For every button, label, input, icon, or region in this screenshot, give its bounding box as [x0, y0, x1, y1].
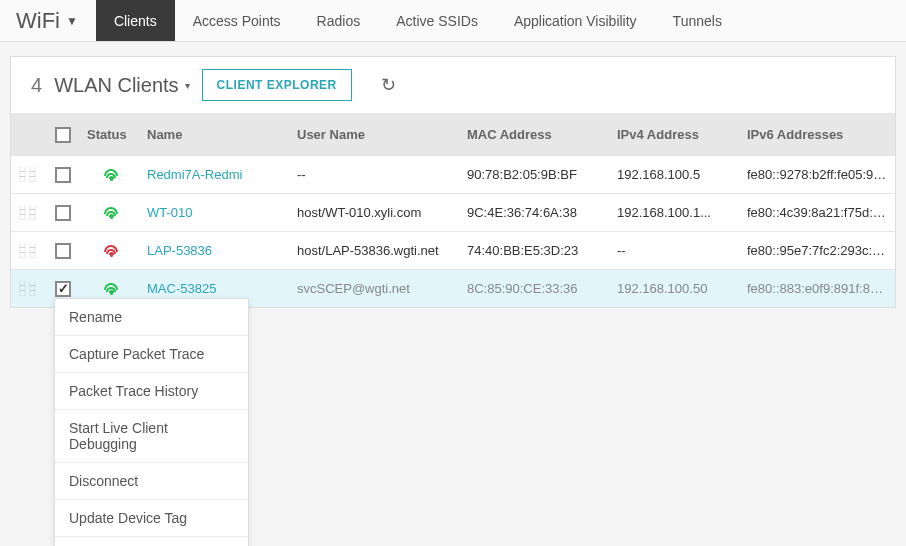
cell-name[interactable]: LAP-53836 — [141, 243, 291, 258]
context-item-rename[interactable]: Rename — [55, 299, 248, 308]
client-explorer-button[interactable]: CLIENT EXPLORER — [202, 69, 352, 101]
refresh-icon: ↻ — [381, 74, 396, 96]
caret-down-icon: ▼ — [66, 14, 78, 28]
wifi-signal-icon — [87, 207, 135, 219]
row-select-cell — [45, 243, 81, 259]
cell-user: -- — [291, 167, 461, 182]
tab-active-ssids[interactable]: Active SSIDs — [378, 0, 496, 41]
panel-title-label: WLAN Clients — [54, 74, 178, 97]
cell-name[interactable]: Redmi7A-Redmi — [141, 167, 291, 182]
col-select-all — [45, 127, 81, 143]
col-ipv6[interactable]: IPv6 Addresses — [741, 127, 895, 142]
select-all-checkbox[interactable] — [55, 127, 71, 143]
drag-handle-icon[interactable]: □ □□ □□ □ — [11, 243, 45, 258]
table-row[interactable]: □ □□ □□ □ WT-010 host/WT-010.xyli.com 9C… — [11, 193, 895, 231]
cell-ipv4: 192.168.100.50 — [611, 281, 741, 296]
table-row[interactable]: □ □□ □□ □ Redmi7A-Redmi -- 90:78:B2:05:9… — [11, 155, 895, 193]
cell-mac: 9C:4E:36:74:6A:38 — [461, 205, 611, 220]
tab-access-points[interactable]: Access Points — [175, 0, 299, 41]
cell-ipv6: fe80::9278:b2ff:fe05:9b... — [741, 167, 895, 182]
cell-user: host/WT-010.xyli.com — [291, 205, 461, 220]
cell-ipv4: 192.168.100.5 — [611, 167, 741, 182]
table-header-row: Status Name User Name MAC Address IPv4 A… — [11, 113, 895, 155]
wifi-signal-icon — [87, 245, 135, 257]
brand-label: WiFi — [16, 8, 60, 34]
cell-name[interactable]: MAC-53825 — [141, 281, 291, 296]
top-bar: WiFi ▼ ClientsAccess PointsRadiosActive … — [0, 0, 906, 42]
row-select-cell — [45, 281, 81, 297]
cell-status — [81, 169, 141, 181]
row-checkbox[interactable] — [55, 281, 71, 297]
cell-ipv6: fe80::883:e0f9:891f:8c0b — [741, 281, 895, 296]
drag-handle-icon[interactable]: □ □□ □□ □ — [11, 167, 45, 182]
cell-status — [81, 283, 141, 295]
col-name[interactable]: Name — [141, 127, 291, 142]
cell-ipv6: fe80::95e7:7fc2:293c:c6... — [741, 243, 895, 258]
clients-panel: 4 WLAN Clients ▾ CLIENT EXPLORER ↻ Statu… — [10, 56, 896, 308]
cell-status — [81, 207, 141, 219]
panel-header: 4 WLAN Clients ▾ CLIENT EXPLORER ↻ — [11, 57, 895, 113]
cell-mac: 74:40:BB:E5:3D:23 — [461, 243, 611, 258]
table-row[interactable]: □ □□ □□ □ LAP-53836 host/LAP-53836.wgti.… — [11, 231, 895, 269]
row-checkbox[interactable] — [55, 167, 71, 183]
brand-dropdown[interactable]: WiFi ▼ — [0, 8, 96, 34]
tab-radios[interactable]: Radios — [299, 0, 379, 41]
cell-ipv6: fe80::4c39:8a21:f75d:3... — [741, 205, 895, 220]
row-select-cell — [45, 167, 81, 183]
cell-ipv4: 192.168.100.1... — [611, 205, 741, 220]
row-select-cell — [45, 205, 81, 221]
tab-application-visibility[interactable]: Application Visibility — [496, 0, 655, 41]
cell-name[interactable]: WT-010 — [141, 205, 291, 220]
col-ipv4[interactable]: IPv4 Address — [611, 127, 741, 142]
cell-user: svcSCEP@wgti.net — [291, 281, 461, 296]
cell-ipv4: -- — [611, 243, 741, 258]
panel-title-dropdown[interactable]: WLAN Clients ▾ — [54, 74, 189, 97]
caret-down-icon: ▾ — [185, 80, 190, 91]
col-user[interactable]: User Name — [291, 127, 461, 142]
cell-status — [81, 245, 141, 257]
nav-tabs: ClientsAccess PointsRadiosActive SSIDsAp… — [96, 0, 740, 41]
refresh-button[interactable]: ↻ — [374, 70, 404, 100]
col-status[interactable]: Status — [81, 127, 141, 142]
tab-clients[interactable]: Clients — [96, 0, 175, 41]
col-mac[interactable]: MAC Address — [461, 127, 611, 142]
row-checkbox[interactable] — [55, 243, 71, 259]
cell-user: host/LAP-53836.wgti.net — [291, 243, 461, 258]
row-checkbox[interactable] — [55, 205, 71, 221]
tab-tunnels[interactable]: Tunnels — [655, 0, 740, 41]
table-body: □ □□ □□ □ Redmi7A-Redmi -- 90:78:B2:05:9… — [11, 155, 895, 307]
cell-mac: 8C:85:90:CE:33:36 — [461, 281, 611, 296]
drag-handle-icon[interactable]: □ □□ □□ □ — [11, 281, 45, 296]
context-menu: RenameCapture Packet TracePacket Trace H… — [54, 298, 249, 308]
client-count: 4 — [31, 74, 42, 97]
wifi-signal-icon — [87, 169, 135, 181]
cell-mac: 90:78:B2:05:9B:BF — [461, 167, 611, 182]
wifi-signal-icon — [87, 283, 135, 295]
drag-handle-icon[interactable]: □ □□ □□ □ — [11, 205, 45, 220]
